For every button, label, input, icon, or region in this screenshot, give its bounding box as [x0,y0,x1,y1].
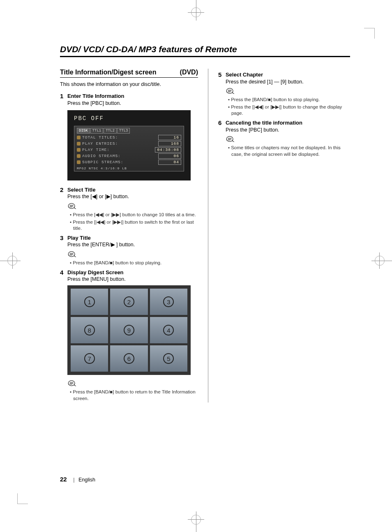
pbc-row: PLAY TIME:04:38:08 [77,147,181,153]
step-2: 2 Select Title Press the [◀] or [▶] butt… [60,186,198,200]
digest-grid-screenshot: 1 2 3 8 9 4 7 6 5 [67,285,191,375]
pbc-row: PLAY ENTRIES:168 [77,141,181,147]
footer-language: English [78,477,95,483]
pbc-row: TOTAL TITLES:16 [77,134,181,141]
note-item: Some titles or chapters may not be displ… [228,145,350,157]
pbc-row-value: 168 [158,141,181,146]
pbc-tab: TTL2 [104,128,117,134]
note-item: Press the [BAND/■] button to stop playin… [70,260,198,266]
step-heading: Select Title [67,186,198,194]
pbc-row-value: 06 [158,153,181,159]
digest-cell: 6 [110,345,148,372]
page-content: DVD/ VCD/ CD-DA/ MP3 features of Remote … [60,44,350,402]
play-icon: ▶ [111,242,115,247]
note-item: Press the [◀◀] or [▶▶] button to change … [70,212,198,218]
registration-circle [7,256,17,266]
step-number: 5 [218,71,226,85]
step-subtext: Press the [MENU] button. [67,276,198,283]
left-arrow-icon: ◀ [92,194,96,199]
corner-mark [364,28,375,39]
note-icon [67,203,76,209]
digest-number: 1 [84,296,95,307]
note-item: Press the [BAND/■] button to return to t… [70,389,198,402]
pbc-header: PBC OFF [74,115,184,122]
registration-circle [375,256,385,266]
section-title: Title Information/Digest screen (DVD) [60,69,198,78]
step-heading: Play Title [67,234,198,242]
note-item: Press the [BAND/■] button to stop playin… [228,97,350,103]
pbc-row-label: PLAY TIME: [82,148,110,152]
step-2-notes: Press the [◀◀] or [▶▶] button to change … [70,212,198,232]
step-subtext: Press the [ENTER/▶ ] button. [67,241,198,248]
digest-number: 4 [163,325,174,335]
step-number: 2 [60,186,67,200]
column-divider [208,69,208,402]
section-intro: This shows the information on your disc/… [60,81,198,88]
digest-cell: 8 [71,317,108,343]
digest-cell: 9 [110,317,148,343]
footer-separator: | [73,477,74,483]
pbc-row-label: SUBPIC STREAMS: [82,160,124,164]
note-icon [67,251,76,257]
pbc-row-value: 16 [158,135,181,140]
pbc-info-screenshot: PBC OFF DISK TTL1 TTL2 TTL3 TOTAL TITLES… [67,110,191,180]
step-number: 4 [60,269,67,283]
pbc-row: SUBPIC STREAMS:04 [77,159,181,165]
pbc-row-label: TOTAL TITLES: [82,135,118,140]
section-title-format: (DVD) [180,69,198,76]
digest-cell: 2 [110,289,148,315]
pbc-tab: TTL3 [117,128,130,134]
corner-mark [17,493,28,504]
digest-cell: 7 [71,345,108,372]
pbc-row: AUDIO STREAMS:06 [77,153,181,159]
pbc-footer: MPG2 NTSC 4:3/16:9 LB [77,167,181,170]
pbc-row-value: 04 [158,160,181,165]
left-column: Title Information/Digest screen (DVD) Th… [60,69,198,402]
pbc-row-value: 04:38:08 [155,147,181,153]
note-icon [67,380,76,386]
digest-number: 8 [84,325,95,335]
step-6-notes: Some titles or chapters may not be displ… [228,145,350,157]
note-item: Press the [|◀◀] or [▶▶|] button to chang… [228,104,350,117]
step-subtext: Press the [◀] or [▶] button. [67,193,198,200]
step-4: 4 Display Digest Screen Press the [MENU]… [60,269,198,283]
digest-number: 6 [124,353,134,364]
step-4-notes: Press the [BAND/■] button to return to t… [70,389,198,402]
step-subtext: Press the [PBC] button. [67,100,198,107]
pbc-tab: TTL1 [90,128,104,134]
pbc-row-label: AUDIO STREAMS: [82,154,121,158]
step-heading: Select Chapter [226,71,350,79]
digest-cell: 4 [150,317,187,343]
step-3: 3 Play Title Press the [ENTER/▶ ] button… [60,234,198,248]
step-1: 1 Enter Title Information Press the [PBC… [60,93,198,106]
step-5: 5 Select Chapter Press the desired [1] —… [218,71,350,85]
right-column: 5 Select Chapter Press the desired [1] —… [218,69,350,402]
step-heading: Display Digest Screen [67,269,198,276]
pbc-row-label: PLAY ENTRIES: [82,141,118,146]
digest-cell: 5 [150,345,187,372]
pbc-info-box: DISK TTL1 TTL2 TTL3 TOTAL TITLES:16 PLAY… [74,126,184,171]
step-heading: Canceling the title information [226,119,350,127]
pbc-tab: DISK [77,128,90,134]
digest-number: 2 [124,296,134,307]
pbc-tabs: DISK TTL1 TTL2 TTL3 [77,128,181,134]
right-arrow-icon: ▶ [106,194,111,199]
digest-cell: 3 [150,289,187,315]
registration-circle [191,7,201,17]
digest-number: 9 [124,325,134,335]
step-number: 1 [60,93,67,106]
step-subtext: Press the [PBC] button. [226,127,350,134]
step-heading: Enter Title Information [67,93,198,100]
step-6: 6 Canceling the title information Press … [218,119,350,133]
note-icon [226,88,235,94]
registration-circle [191,515,201,525]
note-item: Press the [|◀◀] or [▶▶|] button to switc… [70,219,198,232]
digest-number: 5 [163,353,174,364]
step-number: 3 [60,234,67,248]
note-icon [226,136,235,142]
step-subtext: Press the desired [1] — [9] button. [226,79,350,86]
chapter-title: DVD/ VCD/ CD-DA/ MP3 features of Remote [60,44,350,57]
digest-number: 3 [163,296,174,307]
step-number: 6 [218,119,226,133]
digest-cell: 1 [71,289,108,315]
